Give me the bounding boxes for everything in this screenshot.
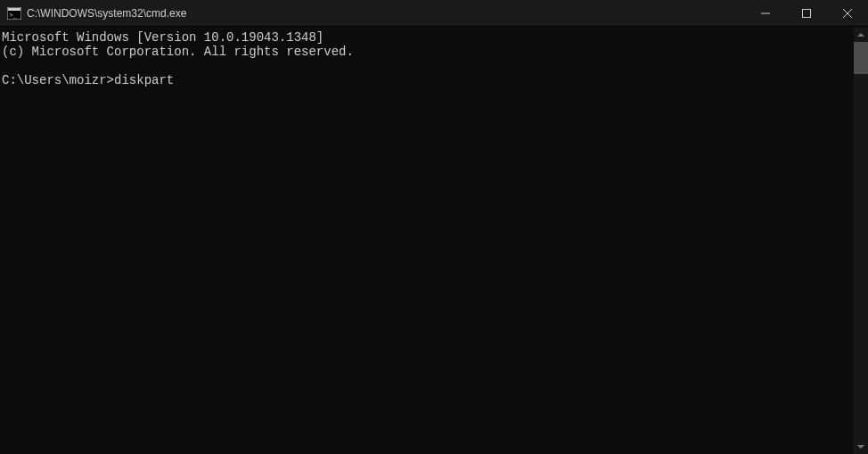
- maximize-button[interactable]: [786, 0, 827, 26]
- titlebar[interactable]: >_ C:\WINDOWS\system32\cmd.exe: [0, 0, 868, 27]
- svg-rect-1: [8, 8, 20, 11]
- terminal-line: Microsoft Windows [Version 10.0.19043.13…: [2, 30, 323, 45]
- minimize-button[interactable]: [745, 0, 786, 26]
- cmd-icon: >_: [7, 7, 21, 20]
- terminal-container: Microsoft Windows [Version 10.0.19043.13…: [0, 27, 868, 454]
- scroll-up-arrow-icon[interactable]: [854, 27, 868, 42]
- terminal-output[interactable]: Microsoft Windows [Version 10.0.19043.13…: [0, 27, 854, 454]
- vertical-scrollbar[interactable]: [854, 27, 868, 454]
- svg-marker-8: [857, 445, 864, 449]
- close-button[interactable]: [827, 0, 868, 26]
- svg-rect-4: [803, 9, 811, 17]
- window-title: C:\WINDOWS\system32\cmd.exe: [27, 7, 745, 20]
- svg-marker-7: [857, 33, 864, 37]
- svg-text:>_: >_: [10, 12, 18, 19]
- scroll-thumb[interactable]: [854, 42, 868, 74]
- scroll-down-arrow-icon[interactable]: [854, 439, 868, 454]
- window-controls: [745, 0, 868, 26]
- terminal-line: C:\Users\moizr>diskpart: [2, 73, 174, 87]
- terminal-line: (c) Microsoft Corporation. All rights re…: [2, 45, 354, 59]
